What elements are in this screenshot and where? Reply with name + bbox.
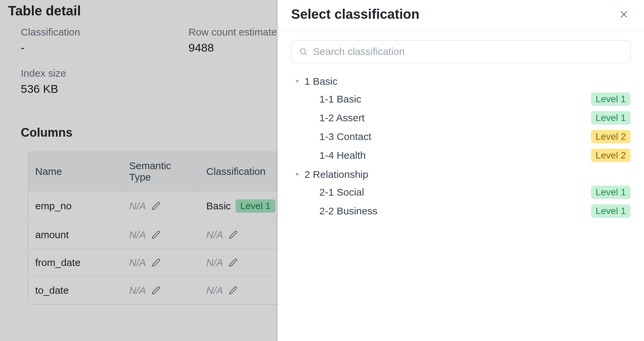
tree-item[interactable]: 1-3 ContactLevel 2 xyxy=(294,127,631,146)
level-badge: Level 2 xyxy=(591,149,631,162)
tree-item-label: 1-3 Contact xyxy=(319,131,371,142)
tree-group: ▼2 Relationship2-1 SocialLevel 12-2 Busi… xyxy=(294,166,631,220)
tree-group: ▼1 Basic1-1 BasicLevel 11-2 AssertLevel … xyxy=(294,73,631,165)
tree-item-label: 2-1 Social xyxy=(319,187,364,198)
tree-group-label: 2 Relationship xyxy=(305,169,368,180)
tree-item-label: 1-4 Health xyxy=(319,150,366,161)
tree-item-label: 2-2 Business xyxy=(319,205,377,217)
tree-item[interactable]: 1-1 BasicLevel 1 xyxy=(294,90,631,109)
level-badge: Level 1 xyxy=(591,111,631,125)
caret-down-icon: ▼ xyxy=(294,78,300,84)
level-badge: Level 1 xyxy=(591,204,631,218)
search-icon xyxy=(299,47,308,56)
classification-tree: ▼1 Basic1-1 BasicLevel 11-2 AssertLevel … xyxy=(291,73,631,220)
tree-group-label: 1 Basic xyxy=(305,76,337,87)
tree-item[interactable]: 1-2 AssertLevel 1 xyxy=(294,109,631,127)
drawer-header: Select classification xyxy=(278,0,644,30)
drawer-title: Select classification xyxy=(291,7,419,22)
classification-drawer: Select classification ▼1 Basic1-1 BasicL… xyxy=(278,0,644,341)
tree-item-label: 1-2 Assert xyxy=(319,112,365,124)
drawer-body: ▼1 Basic1-1 BasicLevel 11-2 AssertLevel … xyxy=(278,30,644,232)
tree-group-header[interactable]: ▼2 Relationship xyxy=(294,166,631,183)
caret-down-icon: ▼ xyxy=(294,172,300,178)
level-badge: Level 2 xyxy=(591,130,631,143)
tree-group-header[interactable]: ▼1 Basic xyxy=(294,73,631,90)
tree-item-label: 1-1 Basic xyxy=(319,93,361,105)
close-button[interactable] xyxy=(617,8,631,21)
tree-item[interactable]: 2-2 BusinessLevel 1 xyxy=(294,202,631,220)
search-input[interactable] xyxy=(313,46,623,57)
svg-line-5 xyxy=(305,53,307,55)
search-wrapper[interactable] xyxy=(291,40,631,63)
tree-item[interactable]: 2-1 SocialLevel 1 xyxy=(294,183,631,202)
close-icon xyxy=(619,10,629,19)
tree-item[interactable]: 1-4 HealthLevel 2 xyxy=(294,146,631,165)
level-badge: Level 1 xyxy=(591,92,631,106)
level-badge: Level 1 xyxy=(591,186,631,199)
